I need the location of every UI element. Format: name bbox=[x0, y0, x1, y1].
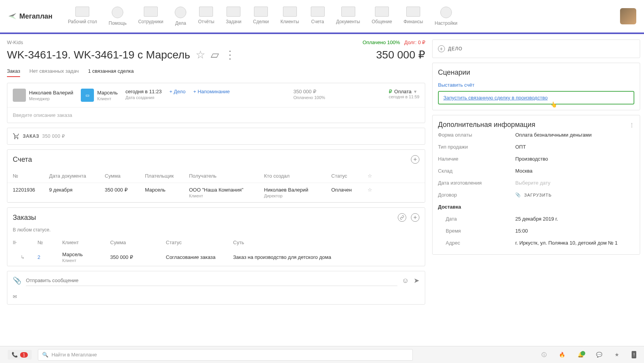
nav-help[interactable]: Помощь bbox=[109, 7, 126, 26]
nav-employees[interactable]: Сотрудники bbox=[138, 7, 163, 26]
stock-value[interactable]: Москва bbox=[515, 168, 532, 174]
manager-role: Менеджер bbox=[29, 96, 73, 101]
col-status[interactable]: Статус bbox=[331, 173, 366, 179]
link-icon[interactable] bbox=[398, 213, 406, 222]
row-star-icon[interactable]: ☆ bbox=[368, 187, 383, 193]
delivery-date-value[interactable]: 25 декабря 2019 г. bbox=[515, 216, 558, 222]
order-bar[interactable]: ЗАКАЗ 350 000 ₽ bbox=[7, 128, 425, 145]
upload-button[interactable]: 📎ЗАГРУЗИТЬ bbox=[515, 192, 552, 198]
delivery-time-label: Время bbox=[446, 228, 515, 234]
description-input[interactable]: Введите описание заказа bbox=[7, 107, 425, 123]
scenario-production-link[interactable]: Запустить связанную сделку в производств… bbox=[443, 95, 629, 101]
col-onum[interactable]: № bbox=[37, 240, 61, 245]
order-num-link[interactable]: 2 bbox=[37, 254, 61, 260]
order-row[interactable]: ↳ 2 МарсельКлиент 350 000 ₽ Согласование… bbox=[7, 248, 425, 266]
scenario-highlighted: Запустить связанную сделку в производств… bbox=[438, 91, 634, 104]
add-reminder-link[interactable]: + Напоминание bbox=[193, 89, 230, 94]
attach-icon[interactable]: 📎 bbox=[13, 276, 21, 285]
header-paid: Оплачено 100% bbox=[293, 95, 325, 100]
manager-name: Николаев Валерий bbox=[29, 90, 73, 96]
delivery-addr-value[interactable]: г. Иркустк, ул. Полянка 10, детский дом … bbox=[515, 240, 634, 246]
tab-linked-deal[interactable]: 1 связанная сделка bbox=[88, 68, 134, 77]
tag-icon[interactable]: ▱ bbox=[211, 48, 219, 61]
paperclip-icon: 📎 bbox=[515, 192, 521, 197]
tab-no-tasks[interactable]: Нет связанных задач bbox=[29, 68, 79, 77]
nav-desktop[interactable]: Рабочий стол bbox=[68, 7, 97, 26]
emoji-icon[interactable]: ☺ bbox=[402, 277, 409, 285]
delivery-addr-label: Адрес bbox=[446, 240, 515, 246]
nav-trades[interactable]: Сделки bbox=[253, 7, 269, 26]
nav-chat[interactable]: Общение bbox=[371, 7, 392, 26]
nav-deals[interactable]: Дела bbox=[175, 7, 186, 26]
pay-form-value[interactable]: Оплата безналичными деньгами bbox=[515, 132, 592, 138]
info-title: Дополнительная информация bbox=[438, 121, 535, 129]
star-icon[interactable]: ☆ bbox=[196, 48, 205, 61]
col-oclient[interactable]: Клиент bbox=[62, 240, 109, 245]
nav-reports[interactable]: Отчёты bbox=[198, 7, 214, 26]
nav-accounts[interactable]: Счета bbox=[311, 7, 325, 26]
send-icon[interactable]: ➤ bbox=[414, 276, 419, 285]
col-num[interactable]: № bbox=[13, 173, 48, 179]
contract-label: Договор bbox=[438, 192, 515, 198]
client-role: Клиент bbox=[97, 96, 118, 101]
more-icon[interactable]: ⋮ bbox=[225, 48, 235, 61]
tab-order[interactable]: Заказ bbox=[7, 68, 20, 77]
logo-text: Мегаплан bbox=[19, 12, 53, 21]
message-input[interactable] bbox=[26, 275, 397, 286]
col-indent-icon[interactable]: ⊪ bbox=[13, 240, 36, 245]
nav-finance[interactable]: Финансы bbox=[404, 7, 423, 26]
scenarios-title: Сценарии bbox=[438, 68, 634, 77]
col-osum[interactable]: Сумма bbox=[110, 240, 164, 245]
manager-block[interactable]: Николаев Валерий Менеджер bbox=[13, 89, 73, 102]
info-more-icon[interactable]: ⋮ bbox=[629, 122, 634, 128]
nav-documents[interactable]: Документы bbox=[336, 7, 360, 26]
mfg-label: Дата изготовления bbox=[438, 180, 515, 186]
col-date[interactable]: Дата документа bbox=[49, 173, 103, 179]
created-label: Дата создания bbox=[126, 95, 162, 100]
mail-icon[interactable]: ✉ bbox=[13, 294, 17, 300]
nav-settings[interactable]: Настройки bbox=[434, 7, 457, 26]
logo[interactable]: Мегаплан bbox=[8, 12, 53, 21]
col-osubject[interactable]: Суть bbox=[233, 240, 419, 245]
page-title: WK-3461-19. WK-3461-19 с Марсель bbox=[7, 49, 190, 61]
cursor-icon: 👆 bbox=[550, 101, 557, 108]
client-name: Марсель bbox=[97, 90, 118, 96]
col-creator[interactable]: Кто создал bbox=[264, 173, 330, 179]
avail-value[interactable]: Производство bbox=[515, 156, 548, 162]
mfg-value[interactable]: Выберите дату bbox=[515, 180, 550, 186]
status-filter[interactable]: В любом статусе. bbox=[7, 227, 425, 236]
client-avatar: ▭ bbox=[81, 89, 94, 102]
order-label: ЗАКАЗ bbox=[23, 134, 39, 139]
col-sum[interactable]: Сумма bbox=[105, 173, 143, 179]
add-order-button[interactable]: + bbox=[411, 213, 419, 222]
payment-status: Оплачено 100% Долг: 0 ₽ bbox=[363, 39, 425, 45]
delivery-time-value[interactable]: 15:00 bbox=[515, 228, 528, 234]
stock-label: Склад bbox=[438, 168, 515, 174]
col-payer[interactable]: Плательщик bbox=[145, 173, 187, 179]
orders-title: Заказы bbox=[13, 214, 36, 222]
nav-clients[interactable]: Клиенты bbox=[280, 7, 299, 26]
col-recv[interactable]: Получатель bbox=[189, 173, 262, 179]
breadcrumb[interactable]: W-Kids bbox=[7, 39, 23, 45]
manager-avatar bbox=[13, 89, 26, 102]
add-delo-link[interactable]: + Дело bbox=[169, 89, 186, 94]
bill-row[interactable]: 12201936 9 декабря 350 000 ₽ Марсель ООО… bbox=[7, 183, 425, 202]
delivery-date-label: Дата bbox=[446, 216, 515, 222]
nav-tasks[interactable]: Задачи bbox=[226, 7, 241, 26]
client-block[interactable]: ▭ Марсель Клиент bbox=[81, 89, 118, 102]
ruble-icon: ₽ bbox=[389, 89, 392, 94]
avail-label: Наличие bbox=[438, 156, 515, 162]
header-amount: 350 000 ₽ bbox=[293, 89, 325, 94]
user-avatar[interactable] bbox=[620, 8, 636, 24]
sale-type-value[interactable]: ОПТ bbox=[515, 144, 526, 150]
deal-amount: 350 000 ₽ bbox=[376, 48, 425, 61]
col-ostatus[interactable]: Статус bbox=[166, 240, 232, 245]
col-star-icon[interactable]: ☆ bbox=[368, 173, 383, 179]
status-dropdown[interactable]: ₽ Оплата ▾ bbox=[389, 89, 419, 94]
created-date: сегодня в 11:23 bbox=[126, 89, 162, 94]
add-delo-button[interactable]: + ДЕЛО bbox=[438, 45, 634, 52]
add-bill-button[interactable]: + bbox=[411, 155, 419, 164]
scenario-invoice-link[interactable]: Выставить счёт bbox=[438, 82, 634, 88]
status-time: сегодня в 11:59 bbox=[389, 94, 419, 99]
sale-type-label: Тип продажи bbox=[438, 144, 515, 150]
